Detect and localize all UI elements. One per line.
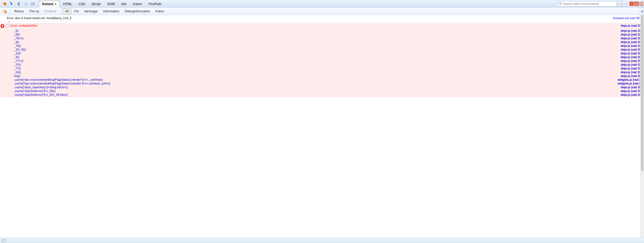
stack-function[interactable]: _16() — [14, 71, 618, 74]
error-icon: ✖ — [1, 24, 4, 28]
filter-debuginformation[interactable]: Debuginformation — [122, 8, 153, 14]
stack-function[interactable]: .cache["dojo/_base/lang"]/</lang.hitch/<… — [14, 86, 618, 89]
toolbar-overflow-button[interactable]: ◀ — [640, 8, 644, 15]
scrollbar-thumb[interactable] — [641, 15, 643, 171]
source-link[interactable]: dojo.js (rad 15) — [618, 52, 642, 55]
command-line-icon[interactable] — [30, 1, 36, 7]
back-icon[interactable] — [16, 1, 22, 7]
stack-function[interactable]: _37() — [14, 63, 618, 66]
svg-point-2 — [559, 2, 561, 4]
filter-information[interactable]: Information — [100, 8, 122, 14]
stack-trace: _f()dojo.js (rad 15)_f6()dojo.js (rad 15… — [0, 29, 644, 97]
dropdown-arrow-icon: ▼ — [54, 3, 57, 5]
source-link[interactable]: dojo.js (rad 15) — [618, 89, 642, 93]
stack-function[interactable]: _9() — [14, 55, 618, 59]
console-filter-toolbar: Rensa Töm ej Profilera All Fel Varningar… — [0, 8, 644, 15]
stack-frame: .cache["dojo/Deferred"]/</_2f2()dojo.js … — [0, 89, 644, 93]
search-icon — [559, 2, 562, 5]
tab-skript[interactable]: Skript — [89, 1, 104, 7]
source-link[interactable]: dojo.js (rad 15) — [618, 40, 642, 44]
filter-tom-ej[interactable]: Töm ej — [26, 8, 42, 14]
stack-frame: _f()dojo.js (rad 15) — [0, 29, 644, 33]
source-link[interactable]: dojo.js (rad 15) — [618, 93, 642, 96]
stack-frame: _37()dojo.js (rad 15) — [0, 63, 644, 66]
tab-dom[interactable]: DOM — [104, 1, 118, 7]
search-input[interactable] — [563, 2, 616, 5]
svg-rect-7 — [2, 239, 5, 242]
stack-function[interactable]: .cache["dojo/Deferred"]/</_2f1/_2ff.then… — [14, 93, 618, 96]
tab-kakor[interactable]: Kakor — [130, 1, 145, 7]
stack-function[interactable]: .cache["epi-cms/contentediting/PageDataC… — [14, 78, 614, 81]
firebug-icon[interactable] — [2, 1, 8, 7]
console-prompt-icon[interactable] — [2, 239, 5, 242]
source-link[interactable]: dojo.js (rad 15) — [618, 86, 642, 89]
source-link[interactable]: dojo.js (rad 15) — [618, 44, 642, 47]
vertical-scrollbar[interactable] — [640, 15, 644, 238]
stack-frame: .cache["dojo/Deferred"]/</_2f1/_2ff.then… — [0, 93, 644, 97]
break-on-error-icon[interactable] — [2, 8, 8, 15]
svg-point-1 — [4, 3, 6, 5]
source-link[interactable]: dojo.js (rad 15) — [618, 37, 642, 40]
stack-function[interactable]: _77() — [14, 67, 618, 70]
stack-function[interactable]: _9() — [14, 40, 618, 44]
stack-function[interactable]: .cache["dojo/Deferred"]/</_2f2() — [14, 89, 618, 93]
tab-firepath[interactable]: FirePath — [145, 1, 165, 7]
search-next-button[interactable]: ∨ — [622, 1, 626, 6]
stack-frame: _7b()dojo.js (rad 15) — [0, 44, 644, 48]
source-link[interactable]: dojo.js (rad 15) — [621, 24, 642, 27]
source-link[interactable]: dojo.js (rad 15) — [618, 74, 642, 78]
panel-tabs: Konsol ▼ HTML CSS Skript DOM Net Kakor F… — [39, 0, 558, 7]
filter-profilera[interactable]: Profilera — [41, 8, 59, 14]
stack-function[interactable]: req() — [14, 74, 618, 78]
search-prev-button[interactable]: ∧ — [618, 1, 622, 6]
tab-css[interactable]: CSS — [75, 1, 89, 7]
stack-function[interactable]: _f6() — [14, 33, 618, 36]
stack-function[interactable]: _7b() — [14, 44, 618, 47]
source-link[interactable]: widgets.js (rad 2) — [614, 78, 642, 81]
tab-label: Konsol — [42, 2, 53, 6]
stack-function[interactable]: _32/_f0() — [14, 48, 618, 51]
source-link[interactable]: dojo.js (rad 15) — [618, 63, 642, 66]
search-box[interactable] — [558, 1, 617, 6]
source-link[interactable]: widgets.js (rad 2) — [614, 82, 642, 85]
filter-varningar[interactable]: Varningar — [81, 8, 100, 14]
source-link[interactable]: dojo.js (rad 15) — [618, 67, 642, 70]
svg-line-3 — [561, 4, 562, 5]
filter-rensa[interactable]: Rensa — [12, 8, 26, 14]
stack-frame: .cache["epi-cms/contentediting/PageDataC… — [0, 82, 644, 85]
source-link[interactable]: dojo.js (rad 15) — [618, 71, 642, 74]
marker-icon — [8, 21, 10, 23]
stack-function[interactable]: _7b/<() — [14, 37, 618, 40]
detach-button[interactable]: ◱ — [634, 2, 639, 6]
tab-html[interactable]: HTML — [60, 1, 75, 7]
source-link[interactable]: dojo.js (rad 15) — [618, 59, 642, 62]
inspect-icon[interactable] — [9, 1, 15, 7]
stack-function[interactable]: _77/<() — [14, 59, 618, 62]
source-link[interactable]: dojo.js (rad 15) — [618, 33, 642, 36]
collapse-toggle[interactable]: − — [6, 24, 9, 27]
tab-konsol[interactable]: Konsol ▼ — [39, 1, 60, 8]
error-message: Error: multipleDefine — [10, 24, 621, 27]
stack-function[interactable]: .cache["epi-cms/contentediting/PageDataC… — [14, 82, 614, 85]
window-controls: – ◱ × — [629, 2, 643, 6]
stack-function[interactable]: _f() — [14, 29, 618, 32]
stack-frame: _16()dojo.js (rad 15) — [0, 70, 644, 74]
console-log-area: Error: Axe in frame timed out: #uniqName… — [0, 15, 644, 238]
filter-kakor[interactable]: Kakor — [153, 8, 167, 14]
source-link[interactable]: browserLink (rad 363) — [610, 16, 642, 20]
error-block: ✖ − Error: multipleDefine dojo.js (rad 1… — [0, 23, 644, 97]
filter-all[interactable]: All — [62, 8, 71, 14]
minimize-button[interactable]: – — [629, 2, 634, 6]
close-button[interactable]: × — [639, 2, 643, 6]
source-link[interactable]: dojo.js (rad 15) — [618, 29, 642, 32]
tab-net[interactable]: Net — [118, 1, 130, 7]
search-nav: ∧ ∨ — [618, 1, 626, 6]
stack-function[interactable]: _32() — [14, 52, 618, 55]
separator — [10, 9, 10, 14]
forward-icon[interactable] — [23, 1, 29, 7]
filter-fel[interactable]: Fel — [71, 8, 81, 14]
source-link[interactable]: dojo.js (rad 15) — [618, 55, 642, 59]
source-link[interactable]: dojo.js (rad 15) — [618, 48, 642, 51]
error-header: ✖ − Error: multipleDefine dojo.js (rad 1… — [0, 23, 644, 29]
stack-frame: _77()dojo.js (rad 15) — [0, 66, 644, 70]
